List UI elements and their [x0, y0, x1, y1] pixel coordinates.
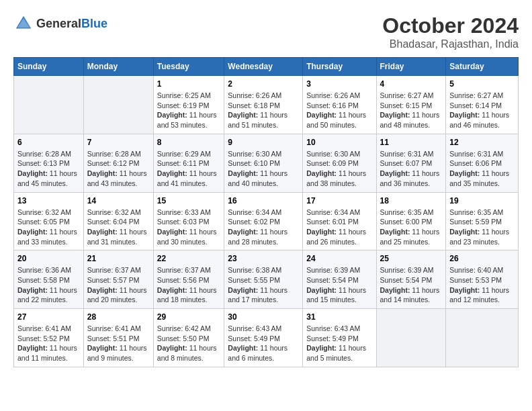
- day-info: Sunrise: 6:37 AMSunset: 5:56 PMDaylight:…: [157, 265, 221, 305]
- day-cell: 14Sunrise: 6:32 AMSunset: 6:04 PMDayligh…: [83, 192, 153, 250]
- header-tuesday: Tuesday: [153, 58, 224, 76]
- day-info: Sunrise: 6:36 AMSunset: 5:58 PMDaylight:…: [17, 265, 80, 305]
- day-cell: 11Sunrise: 6:31 AMSunset: 6:07 PMDayligh…: [376, 134, 446, 192]
- logo-icon: [13, 13, 34, 34]
- day-info: Sunrise: 6:43 AMSunset: 5:49 PMDaylight:…: [306, 324, 372, 363]
- day-number: 17: [306, 196, 372, 205]
- day-info: Sunrise: 6:37 AMSunset: 5:57 PMDaylight:…: [87, 265, 150, 305]
- day-info: Sunrise: 6:35 AMSunset: 6:00 PMDaylight:…: [380, 208, 443, 247]
- day-info: Sunrise: 6:28 AMSunset: 6:12 PMDaylight:…: [87, 149, 150, 189]
- day-cell: 31Sunrise: 6:43 AMSunset: 5:49 PMDayligh…: [303, 309, 376, 367]
- title-block: October 2024 Bhadasar, Rajasthan, India: [382, 13, 519, 50]
- day-info: Sunrise: 6:40 AMSunset: 5:53 PMDaylight:…: [449, 265, 515, 305]
- day-cell: 1Sunrise: 6:25 AMSunset: 6:19 PMDaylight…: [153, 76, 224, 134]
- day-info: Sunrise: 6:27 AMSunset: 6:14 PMDaylight:…: [449, 91, 515, 130]
- week-row-2: 13Sunrise: 6:32 AMSunset: 6:05 PMDayligh…: [14, 192, 519, 250]
- day-number: 13: [17, 196, 80, 205]
- day-info: Sunrise: 6:35 AMSunset: 5:59 PMDaylight:…: [449, 208, 515, 247]
- day-number: 1: [157, 79, 221, 89]
- day-number: 27: [17, 312, 80, 322]
- day-cell: 10Sunrise: 6:30 AMSunset: 6:09 PMDayligh…: [303, 134, 376, 192]
- day-cell: 24Sunrise: 6:39 AMSunset: 5:54 PMDayligh…: [303, 250, 376, 309]
- day-cell: 7Sunrise: 6:28 AMSunset: 6:12 PMDaylight…: [83, 134, 153, 192]
- week-row-4: 27Sunrise: 6:41 AMSunset: 5:52 PMDayligh…: [14, 309, 519, 367]
- header-wednesday: Wednesday: [224, 58, 303, 76]
- day-info: Sunrise: 6:30 AMSunset: 6:10 PMDaylight:…: [228, 149, 299, 189]
- day-cell: 16Sunrise: 6:34 AMSunset: 6:02 PMDayligh…: [224, 192, 303, 250]
- day-number: 7: [87, 138, 150, 147]
- calendar-subtitle: Bhadasar, Rajasthan, India: [382, 38, 519, 50]
- day-cell: 20Sunrise: 6:36 AMSunset: 5:58 PMDayligh…: [14, 250, 84, 309]
- day-info: Sunrise: 6:41 AMSunset: 5:52 PMDaylight:…: [17, 324, 80, 363]
- logo: General Blue: [13, 13, 107, 34]
- week-row-1: 6Sunrise: 6:28 AMSunset: 6:13 PMDaylight…: [14, 134, 519, 192]
- day-number: 4: [380, 79, 443, 89]
- day-number: 28: [87, 312, 150, 322]
- day-info: Sunrise: 6:39 AMSunset: 5:54 PMDaylight:…: [306, 265, 372, 305]
- header-sunday: Sunday: [14, 58, 84, 76]
- day-info: Sunrise: 6:26 AMSunset: 6:18 PMDaylight:…: [228, 91, 299, 130]
- day-info: Sunrise: 6:42 AMSunset: 5:50 PMDaylight:…: [157, 324, 221, 363]
- day-number: 11: [380, 138, 443, 147]
- page-header: General Blue October 2024 Bhadasar, Raja…: [13, 13, 519, 50]
- day-info: Sunrise: 6:32 AMSunset: 6:05 PMDaylight:…: [17, 208, 80, 247]
- day-cell: 5Sunrise: 6:27 AMSunset: 6:14 PMDaylight…: [446, 76, 519, 134]
- day-number: 20: [17, 254, 80, 263]
- logo-blue: Blue: [81, 17, 107, 31]
- header-monday: Monday: [83, 58, 153, 76]
- day-info: Sunrise: 6:28 AMSunset: 6:13 PMDaylight:…: [17, 149, 80, 189]
- day-number: 16: [228, 196, 299, 205]
- day-cell: 3Sunrise: 6:26 AMSunset: 6:16 PMDaylight…: [303, 76, 376, 134]
- day-info: Sunrise: 6:29 AMSunset: 6:11 PMDaylight:…: [157, 149, 221, 189]
- day-number: 26: [449, 254, 515, 263]
- day-info: Sunrise: 6:27 AMSunset: 6:15 PMDaylight:…: [380, 91, 443, 130]
- day-cell: 9Sunrise: 6:30 AMSunset: 6:10 PMDaylight…: [224, 134, 303, 192]
- day-cell: 27Sunrise: 6:41 AMSunset: 5:52 PMDayligh…: [14, 309, 84, 367]
- calendar-header: SundayMondayTuesdayWednesdayThursdayFrid…: [14, 58, 519, 76]
- day-cell: 22Sunrise: 6:37 AMSunset: 5:56 PMDayligh…: [153, 250, 224, 309]
- day-number: 8: [157, 138, 221, 147]
- day-cell: 18Sunrise: 6:35 AMSunset: 6:00 PMDayligh…: [376, 192, 446, 250]
- day-info: Sunrise: 6:31 AMSunset: 6:07 PMDaylight:…: [380, 149, 443, 189]
- day-cell: 23Sunrise: 6:38 AMSunset: 5:55 PMDayligh…: [224, 250, 303, 309]
- day-info: Sunrise: 6:31 AMSunset: 6:06 PMDaylight:…: [449, 149, 515, 189]
- day-info: Sunrise: 6:38 AMSunset: 5:55 PMDaylight:…: [228, 265, 299, 305]
- day-info: Sunrise: 6:39 AMSunset: 5:54 PMDaylight:…: [380, 265, 443, 305]
- day-cell: 13Sunrise: 6:32 AMSunset: 6:05 PMDayligh…: [14, 192, 84, 250]
- day-number: 22: [157, 254, 221, 263]
- day-info: Sunrise: 6:41 AMSunset: 5:51 PMDaylight:…: [87, 324, 150, 363]
- day-info: Sunrise: 6:34 AMSunset: 6:02 PMDaylight:…: [228, 208, 299, 247]
- day-number: 2: [228, 79, 299, 89]
- day-number: 9: [228, 138, 299, 147]
- day-cell: 8Sunrise: 6:29 AMSunset: 6:11 PMDaylight…: [153, 134, 224, 192]
- day-number: 6: [17, 138, 80, 147]
- week-row-0: 1Sunrise: 6:25 AMSunset: 6:19 PMDaylight…: [14, 76, 519, 134]
- day-cell: 26Sunrise: 6:40 AMSunset: 5:53 PMDayligh…: [446, 250, 519, 309]
- day-cell: 29Sunrise: 6:42 AMSunset: 5:50 PMDayligh…: [153, 309, 224, 367]
- day-info: Sunrise: 6:34 AMSunset: 6:01 PMDaylight:…: [306, 208, 372, 247]
- day-cell: 30Sunrise: 6:43 AMSunset: 5:49 PMDayligh…: [224, 309, 303, 367]
- day-cell: 2Sunrise: 6:26 AMSunset: 6:18 PMDaylight…: [224, 76, 303, 134]
- day-info: Sunrise: 6:26 AMSunset: 6:16 PMDaylight:…: [306, 91, 372, 130]
- header-thursday: Thursday: [303, 58, 376, 76]
- day-number: 12: [449, 138, 515, 147]
- day-info: Sunrise: 6:32 AMSunset: 6:04 PMDaylight:…: [87, 208, 150, 247]
- day-cell: 28Sunrise: 6:41 AMSunset: 5:51 PMDayligh…: [83, 309, 153, 367]
- day-number: 24: [306, 254, 372, 263]
- day-info: Sunrise: 6:33 AMSunset: 6:03 PMDaylight:…: [157, 208, 221, 247]
- day-cell: [446, 309, 519, 367]
- day-number: 25: [380, 254, 443, 263]
- header-row: SundayMondayTuesdayWednesdayThursdayFrid…: [14, 58, 519, 76]
- header-saturday: Saturday: [446, 58, 519, 76]
- day-cell: 25Sunrise: 6:39 AMSunset: 5:54 PMDayligh…: [376, 250, 446, 309]
- day-cell: [14, 76, 84, 134]
- day-number: 29: [157, 312, 221, 322]
- day-number: 14: [87, 196, 150, 205]
- day-number: 30: [228, 312, 299, 322]
- week-row-3: 20Sunrise: 6:36 AMSunset: 5:58 PMDayligh…: [14, 250, 519, 309]
- day-cell: 4Sunrise: 6:27 AMSunset: 6:15 PMDaylight…: [376, 76, 446, 134]
- day-number: 15: [157, 196, 221, 205]
- day-cell: 17Sunrise: 6:34 AMSunset: 6:01 PMDayligh…: [303, 192, 376, 250]
- day-number: 31: [306, 312, 372, 322]
- day-info: Sunrise: 6:25 AMSunset: 6:19 PMDaylight:…: [157, 91, 221, 130]
